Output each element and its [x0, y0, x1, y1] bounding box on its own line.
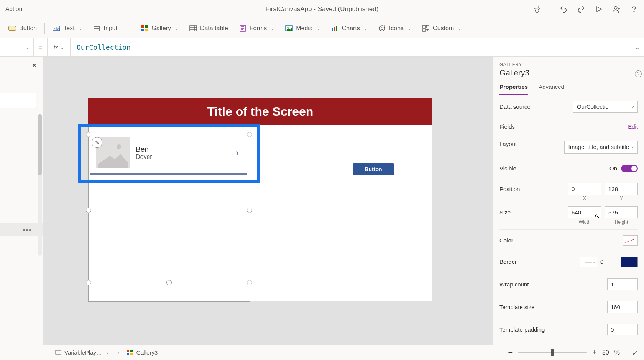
ribbon-input[interactable]: Input⌄: [89, 22, 130, 34]
svg-point-30: [380, 26, 385, 31]
prop-label-templatesize: Template size: [499, 304, 535, 310]
ribbon-forms[interactable]: Forms⌄: [234, 22, 279, 34]
svg-rect-11: [141, 25, 144, 28]
chevron-down-icon: ⌄: [121, 26, 125, 31]
svg-rect-32: [426, 25, 429, 28]
control-name[interactable]: Gallery3: [499, 68, 638, 77]
svg-rect-5: [9, 26, 16, 30]
ribbon-media[interactable]: Media⌄: [281, 22, 325, 34]
svg-text:Abc: Abc: [54, 27, 60, 31]
gallery-icon: [127, 350, 133, 356]
canvas-area[interactable]: Title of the Screen Button Ben Dover › ✎: [43, 57, 493, 345]
button-icon: [8, 25, 16, 32]
chevron-down-icon: ⌄: [317, 26, 320, 31]
forms-icon: [239, 25, 246, 32]
breadcrumb-screen-label: VariablePlay…: [64, 349, 102, 356]
item-separator: [90, 173, 247, 175]
ribbon-button[interactable]: Button: [4, 22, 41, 34]
prop-label-fields: Fields: [499, 123, 515, 130]
ribbon-gallery-label: Gallery: [151, 25, 171, 32]
prop-label-position: Position: [499, 186, 520, 192]
close-icon[interactable]: ✕: [31, 61, 37, 70]
visible-toggle[interactable]: [621, 165, 638, 172]
help-icon[interactable]: ?: [635, 70, 642, 77]
label-width: Width: [568, 219, 601, 225]
icons-icon: [378, 25, 386, 32]
resize-handle[interactable]: [247, 132, 252, 137]
fx-button[interactable]: fx⌄: [48, 38, 71, 56]
zoom-in-button[interactable]: +: [592, 348, 597, 357]
charts-icon: [331, 25, 339, 32]
tab-advanced[interactable]: Advanced: [539, 83, 564, 95]
screen-title-label: Title of the Screen: [88, 98, 432, 125]
item-subtitle: Dover: [136, 154, 152, 160]
ribbon-icons[interactable]: Icons⌄: [374, 22, 416, 34]
ribbon-gallery[interactable]: Gallery⌄: [136, 22, 183, 34]
resize-handle[interactable]: [247, 280, 252, 285]
border-width-input[interactable]: 0: [600, 259, 618, 265]
play-icon[interactable]: [594, 5, 603, 14]
ribbon-media-label: Media: [296, 25, 313, 32]
zoom-slider[interactable]: [518, 352, 587, 353]
zoom-out-button[interactable]: −: [508, 348, 513, 357]
canvas-button[interactable]: Button: [353, 163, 394, 175]
breadcrumb-control[interactable]: Gallery3: [123, 348, 161, 357]
chevron-right-icon[interactable]: ›: [235, 147, 239, 159]
property-selector[interactable]: ⌄: [0, 38, 34, 56]
resize-handle[interactable]: [166, 280, 172, 285]
wrapcount-input[interactable]: 1: [607, 278, 638, 290]
layout-dropdown[interactable]: Image, title, and subtitle: [564, 141, 638, 154]
templatepadding-input[interactable]: 0: [607, 324, 638, 335]
svg-rect-27: [332, 28, 334, 31]
ribbon-charts[interactable]: Charts⌄: [327, 22, 372, 34]
ribbon-icons-label: Icons: [389, 25, 404, 32]
undo-icon[interactable]: [559, 5, 568, 14]
ribbon-text-label: Text: [63, 25, 74, 32]
color-picker[interactable]: [623, 235, 638, 246]
datasource-dropdown[interactable]: OurCollection: [573, 101, 638, 113]
selected-tree-row[interactable]: [0, 223, 43, 236]
border-color-picker[interactable]: [621, 257, 638, 267]
properties-panel: GALLERY Gallery3 ? Properties Advanced D…: [493, 57, 644, 345]
svg-rect-12: [145, 25, 148, 28]
fit-to-window-icon[interactable]: ⤢: [632, 348, 639, 357]
position-y-input[interactable]: 138: [605, 183, 638, 195]
gallery-item[interactable]: Ben Dover ›: [90, 130, 247, 175]
ribbon-text[interactable]: Abc Text⌄: [48, 22, 87, 34]
svg-rect-14: [145, 29, 148, 31]
prop-label-layout: Layout: [499, 141, 517, 147]
app-title: FirstCanvasApp - Saved (Unpublished): [266, 5, 379, 13]
redo-icon[interactable]: [577, 5, 586, 14]
breadcrumb-screen[interactable]: VariablePlay… ⌄: [51, 348, 113, 357]
help-icon[interactable]: [629, 5, 639, 14]
formula-input[interactable]: OurCollection: [71, 38, 630, 56]
screen-icon: [55, 350, 61, 356]
edit-pencil-icon[interactable]: ✎: [92, 137, 102, 148]
search-input[interactable]: [0, 93, 36, 108]
templatesize-input[interactable]: 160: [607, 301, 638, 313]
position-x-input[interactable]: 0: [568, 183, 601, 195]
ribbon-datatable[interactable]: Data table: [185, 22, 233, 34]
chevron-down-icon: ⌄: [271, 26, 274, 31]
ribbon-custom[interactable]: Custom⌄: [417, 22, 466, 34]
formula-expand-icon[interactable]: ⌄: [630, 38, 644, 56]
app-checker-icon[interactable]: [532, 5, 542, 14]
tab-properties[interactable]: Properties: [499, 83, 528, 95]
zoom-percent: %: [614, 349, 620, 356]
border-style-dropdown[interactable]: —: [580, 257, 597, 267]
prop-label-templatepadding: Template padding: [499, 326, 545, 333]
scrollbar-thumb[interactable]: [38, 114, 42, 175]
size-height-input[interactable]: 575: [605, 206, 638, 218]
chevron-down-icon: ⌄: [60, 45, 64, 50]
resize-handle[interactable]: [86, 280, 91, 285]
prop-label-size: Size: [499, 209, 511, 216]
label-x: X: [568, 196, 601, 201]
more-icon[interactable]: •••: [23, 227, 32, 234]
prop-label-wrapcount: Wrap count: [499, 281, 529, 288]
resize-handle[interactable]: [247, 208, 252, 213]
svg-rect-39: [127, 353, 129, 355]
resize-handle[interactable]: [86, 208, 91, 213]
share-icon[interactable]: [612, 5, 621, 14]
fields-edit-link[interactable]: Edit: [628, 123, 638, 130]
menu-action[interactable]: Action: [5, 6, 22, 13]
